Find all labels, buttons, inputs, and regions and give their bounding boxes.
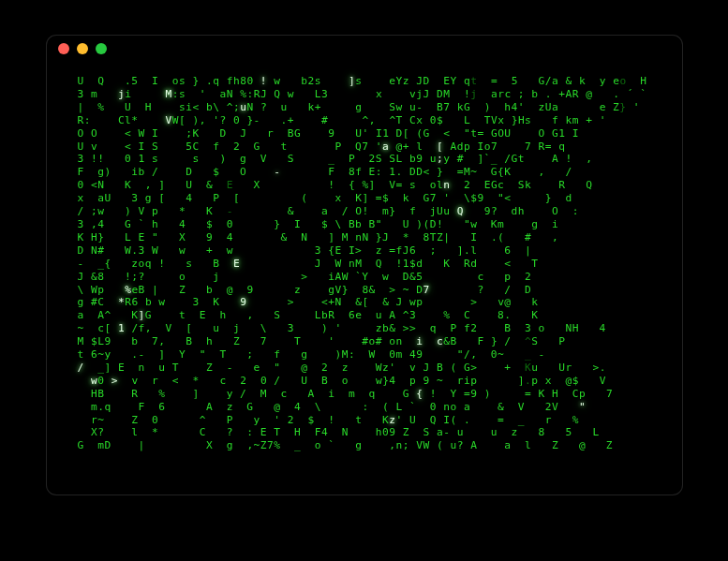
terminal-window: U Q .5 I os } .q fh80 ! w b2s ]s eYz JD … xyxy=(47,36,682,495)
zoom-icon[interactable] xyxy=(96,43,107,54)
terminal-content: U Q .5 I os } .q fh80 ! w b2s ]s eYz JD … xyxy=(47,62,682,495)
close-icon[interactable] xyxy=(58,43,69,54)
minimize-icon[interactable] xyxy=(77,43,88,54)
titlebar xyxy=(47,36,682,62)
